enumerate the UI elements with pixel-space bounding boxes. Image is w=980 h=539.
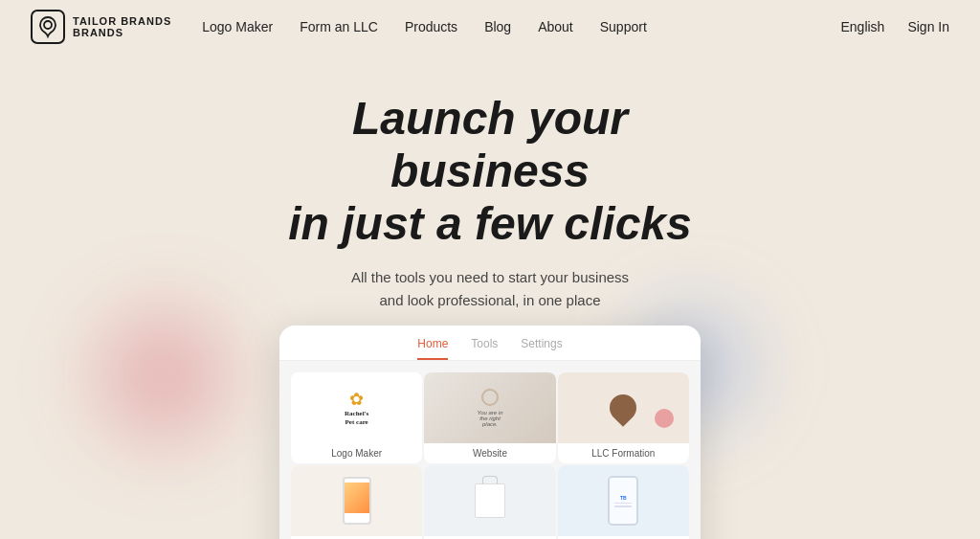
logo-mock-text: Rachel'sPet care bbox=[345, 410, 368, 427]
dashboard-item-social: Social Post Maker bbox=[291, 465, 422, 539]
website-label: Website bbox=[469, 443, 511, 463]
logo-maker-label: Logo Maker bbox=[327, 443, 386, 463]
dashboard-item-website: You are inthe rightplace. Website bbox=[424, 372, 555, 463]
nav-about[interactable]: About bbox=[538, 19, 573, 34]
dashboard-item-logo: ✿ Rachel'sPet care Logo Maker bbox=[291, 372, 422, 463]
navbar: TAILOR BRANDS BRANDS Logo Maker Form an … bbox=[0, 0, 980, 54]
dashboard-card: Home Tools Settings ✿ Rachel'sPet care L… bbox=[279, 326, 701, 539]
logo-mock: ✿ Rachel'sPet care bbox=[291, 372, 422, 443]
website-mock-ring bbox=[481, 389, 499, 406]
nav-logo-maker[interactable]: Logo Maker bbox=[202, 19, 273, 34]
bizcard-line-1 bbox=[614, 503, 632, 505]
dashboard-item-llc: LLC Formation bbox=[558, 372, 689, 463]
bizcard-phone: TB bbox=[608, 476, 638, 526]
website-mock-text: You are inthe rightplace. bbox=[477, 410, 502, 427]
phone-shape-social bbox=[343, 477, 371, 525]
brand-name-top: TAILOR BRANDS bbox=[73, 15, 171, 27]
dashboard-item-bizcard: TB Digital Business Card bbox=[558, 465, 689, 539]
nav-products[interactable]: Products bbox=[405, 19, 457, 34]
dashboard-item-apparel: Branded Apparel bbox=[424, 465, 555, 539]
stamp-shape bbox=[605, 389, 643, 427]
bizcard-line-2 bbox=[614, 505, 632, 507]
llc-label: LLC Formation bbox=[588, 443, 658, 463]
bizcard-screen: TB bbox=[610, 478, 636, 524]
brand-logo-icon bbox=[31, 10, 65, 44]
nav-blog[interactable]: Blog bbox=[484, 19, 511, 34]
apparel-mock bbox=[424, 465, 555, 536]
tab-home[interactable]: Home bbox=[417, 337, 448, 360]
nav-form-llc[interactable]: Form an LLC bbox=[300, 19, 378, 34]
nav-right: English Sign In bbox=[840, 19, 949, 34]
bag-container bbox=[475, 483, 505, 518]
dashboard-item-website-image: You are inthe rightplace. bbox=[424, 372, 555, 443]
brand-name-bottom: BRANDS bbox=[73, 27, 171, 38]
dashboard-item-social-image bbox=[291, 465, 422, 536]
website-mock: You are inthe rightplace. bbox=[424, 372, 555, 443]
bag-shape bbox=[475, 483, 505, 518]
hero-headline: Launch your business in just a few click… bbox=[251, 92, 729, 251]
bizcard-logo-tiny: TB bbox=[620, 495, 627, 501]
llc-circle bbox=[655, 409, 674, 428]
tab-settings[interactable]: Settings bbox=[521, 337, 562, 360]
hero-subtext: All the tools you need to start your bus… bbox=[351, 266, 629, 312]
brand-logo[interactable]: TAILOR BRANDS BRANDS bbox=[31, 10, 171, 44]
dashboard-grid: ✿ Rachel'sPet care Logo Maker You are in… bbox=[279, 361, 701, 539]
nav-support[interactable]: Support bbox=[600, 19, 647, 34]
bizcard-mock: TB bbox=[558, 465, 689, 536]
dashboard-item-apparel-image bbox=[424, 465, 555, 536]
language-selector[interactable]: English bbox=[840, 19, 884, 34]
tab-tools[interactable]: Tools bbox=[471, 337, 498, 360]
dashboard-item-bizcard-image: TB bbox=[558, 465, 689, 536]
phone-screen-social bbox=[345, 483, 369, 513]
social-mock bbox=[291, 465, 422, 536]
dashboard-tabs: Home Tools Settings bbox=[279, 326, 701, 361]
nav-links: Logo Maker Form an LLC Products Blog Abo… bbox=[202, 19, 840, 34]
svg-point-1 bbox=[44, 21, 52, 29]
signin-button[interactable]: Sign In bbox=[907, 19, 949, 34]
dashboard-item-logo-image: ✿ Rachel'sPet care bbox=[291, 372, 422, 443]
bag-handle bbox=[482, 476, 498, 483]
dashboard-preview: Home Tools Settings ✿ Rachel'sPet care L… bbox=[279, 326, 701, 539]
logo-mock-icon: ✿ bbox=[349, 389, 364, 410]
dashboard-item-llc-image bbox=[558, 372, 689, 443]
